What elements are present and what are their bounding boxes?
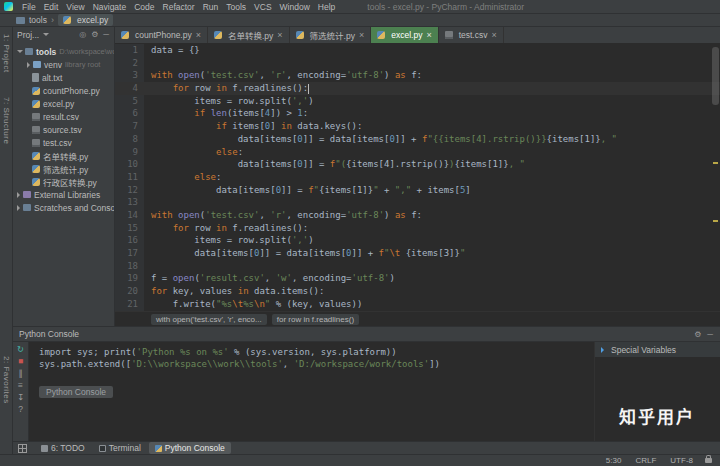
lock-icon[interactable]	[705, 458, 712, 463]
token: ,	[259, 210, 270, 220]
code-line[interactable]: 20for key, values in data.items():	[115, 285, 720, 298]
code-line[interactable]: 9 else:	[115, 146, 720, 159]
tree-item[interactable]: venvlibrary root	[13, 58, 114, 71]
code-line[interactable]: 21 f.write("%s\t%s\n" % (key, values))	[115, 298, 720, 311]
close-icon[interactable]: ×	[426, 30, 431, 40]
menu-window[interactable]: Window	[276, 2, 314, 12]
chevron-down-icon[interactable]	[43, 33, 49, 36]
tree-arrow-icon[interactable]	[17, 50, 23, 53]
hide-panel-icon[interactable]: ─	[102, 30, 110, 39]
menu-vcs[interactable]: VCS	[250, 2, 275, 12]
tree-item[interactable]: External Libraries	[13, 188, 114, 201]
menu-view[interactable]: View	[62, 2, 88, 12]
code-line[interactable]: 17 data[items[0]] = data[items[0]] + f"\…	[115, 247, 720, 260]
code-line[interactable]: 15 for row in f.readlines():	[115, 222, 720, 235]
stripe-button[interactable]: 7: Structure	[2, 93, 11, 148]
menu-navigate[interactable]: Navigate	[89, 2, 131, 12]
breadcrumb-current[interactable]: excel.py	[58, 14, 113, 26]
code-line[interactable]: 19f = open('result.csv', 'w', encoding='…	[115, 272, 720, 285]
menu-refactor[interactable]: Refactor	[159, 2, 199, 12]
project-panel-title[interactable]: Proj...	[17, 30, 39, 40]
code-line[interactable]: 11 else:	[115, 171, 720, 184]
pause-icon[interactable]: ∥	[15, 368, 27, 379]
token: ]] = data[items[	[259, 248, 346, 258]
tree-arrow-icon[interactable]	[17, 192, 20, 198]
token	[151, 147, 216, 157]
breadcrumb-item[interactable]: for row in f.readlines()	[272, 314, 359, 325]
close-icon[interactable]: ×	[359, 30, 364, 40]
tree-arrow-icon[interactable]	[17, 205, 20, 211]
tree-item[interactable]: test.csv	[13, 136, 114, 149]
stripe-button[interactable]: 1: Project	[2, 30, 11, 77]
code-line[interactable]: 18	[115, 260, 720, 273]
line-ending-indicator[interactable]: CRLF	[635, 456, 656, 465]
editor-tab[interactable]: 名单转换.py×	[208, 27, 290, 43]
special-variables-header[interactable]: Special Variables	[595, 342, 720, 357]
editor[interactable]: 1data = {}23with open('test.csv', 'r', e…	[115, 44, 720, 311]
bottom-tab[interactable]: Python Console	[149, 442, 231, 454]
caret-position[interactable]: 5:30	[606, 456, 622, 465]
editor-tab[interactable]: countPhone.py×	[115, 27, 208, 43]
tree-item[interactable]: 名单转换.py	[13, 149, 114, 162]
console-output[interactable]: import sys; print('Python %s on %s' % (s…	[29, 342, 594, 441]
tool-windows-icon[interactable]	[18, 444, 27, 453]
editor-tab[interactable]: test.csv×	[439, 27, 504, 43]
bottom-tab[interactable]: Terminal	[93, 442, 147, 454]
tree-item[interactable]: result.csv	[13, 110, 114, 123]
tree-item[interactable]: Scratches and Consoles	[13, 201, 114, 214]
code-line[interactable]: 3with open('test.csv', 'r', encoding='ut…	[115, 69, 720, 82]
tree-item[interactable]: source.tsv	[13, 123, 114, 136]
menu-code[interactable]: Code	[130, 2, 158, 12]
soft-wrap-icon[interactable]: ≡	[15, 380, 27, 391]
code-line[interactable]: 5 items = row.split(',')	[115, 95, 720, 108]
breadcrumb-item[interactable]: with open('test.csv', 'r', enco...	[151, 314, 267, 325]
tree-item[interactable]: 筛选统计.py	[13, 162, 114, 175]
rerun-icon[interactable]: ↻	[15, 344, 27, 355]
tree-arrow-icon[interactable]	[27, 62, 30, 68]
close-icon[interactable]: ×	[277, 30, 282, 40]
stripe-button[interactable]: 2: Favorites	[2, 352, 11, 408]
code-line[interactable]: 6 if len(items[4]) > 1:	[115, 107, 720, 120]
close-icon[interactable]: ×	[491, 30, 496, 40]
code-text: if len(items[4]) > 1:	[144, 107, 720, 120]
locate-icon[interactable]: ◎	[78, 30, 87, 39]
scroll-to-end-icon[interactable]: ↧	[15, 392, 27, 403]
close-icon[interactable]: ×	[196, 30, 201, 40]
console-settings-icon[interactable]: ⚙	[693, 330, 702, 339]
token: \n	[254, 299, 265, 309]
editor-scrollbar[interactable]	[712, 47, 719, 105]
code-line[interactable]: 2	[115, 57, 720, 70]
bottom-tab[interactable]: 6: TODO	[35, 442, 91, 454]
tree-item[interactable]: alt.txt	[13, 71, 114, 84]
menu-help[interactable]: Help	[314, 2, 339, 12]
tree-item[interactable]: countPhone.py	[13, 84, 114, 97]
code-line[interactable]: 10 data[items[0]] = f"({items[4].rstrip(…	[115, 158, 720, 171]
settings-icon[interactable]: ⚙	[90, 30, 99, 39]
code-line[interactable]: 1data = {}	[115, 44, 720, 57]
editor-tab[interactable]: excel.py×	[371, 27, 438, 43]
breadcrumb-root[interactable]: tools	[29, 15, 47, 25]
tree-item[interactable]: excel.py	[13, 97, 114, 110]
stop-icon[interactable]: ■	[15, 356, 27, 367]
token	[151, 223, 173, 233]
code-line[interactable]: 16 items = row.split(',')	[115, 234, 720, 247]
code-line[interactable]: 8 data[items[0]] = data[items[0]] + f"{{…	[115, 133, 720, 146]
code-line[interactable]: 14with open('test.csv', 'r', encoding='u…	[115, 209, 720, 222]
console-hide-icon[interactable]: ─	[706, 330, 714, 339]
menu-file[interactable]: File	[18, 2, 40, 12]
code-line[interactable]: 4 for row in f.readlines():	[115, 82, 720, 95]
menu-tools[interactable]: Tools	[222, 2, 250, 12]
code-line[interactable]: 13	[115, 196, 720, 209]
code-line[interactable]: 7 if items[0] in data.keys():	[115, 120, 720, 133]
help-icon[interactable]: ?	[15, 404, 27, 415]
encoding-indicator[interactable]: UTF-8	[670, 456, 693, 465]
menu-edit[interactable]: Edit	[40, 2, 63, 12]
editor-tab[interactable]: 筛选统计.py×	[290, 27, 372, 43]
code-line[interactable]: 12 data[items[0]] = f"{items[1]}" + "," …	[115, 184, 720, 197]
project-panel: Proj... ◎ ⚙ ─ toolsD:\workspace\work\too…	[13, 27, 115, 326]
tree-item[interactable]: toolsD:\workspace\work\tools	[13, 45, 114, 58]
token: ,	[259, 70, 270, 80]
menu-run[interactable]: Run	[199, 2, 223, 12]
tree-item[interactable]: 行政区转换.py	[13, 175, 114, 188]
text-icon	[32, 73, 39, 82]
